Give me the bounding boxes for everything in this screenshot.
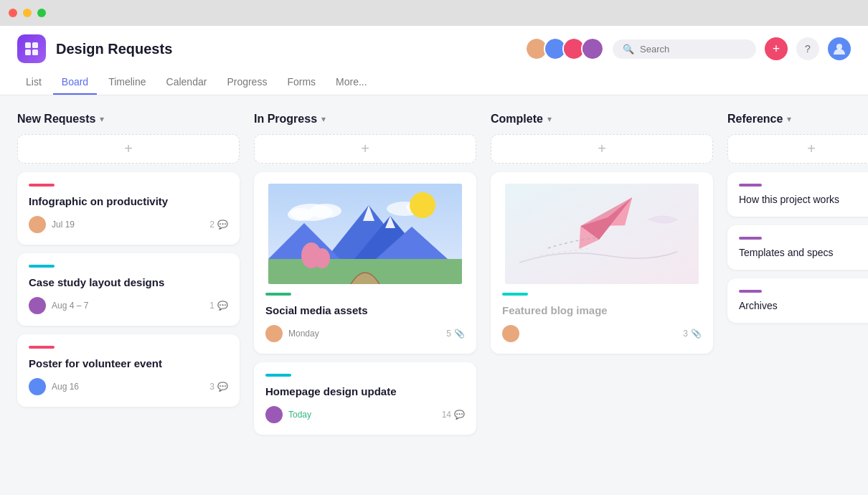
column-header-in-progress: In Progress ▾ [254,113,476,126]
card-date: Aug 16 [52,382,79,392]
card-accent [29,346,55,349]
project-title: Design Requests [56,41,172,57]
column-complete: Complete ▾ + [491,113,713,494]
help-button[interactable]: ? [796,37,819,60]
add-button[interactable]: + [765,37,788,60]
header: Design Requests 🔍 [0,26,868,95]
tab-timeline[interactable]: Timeline [100,70,154,95]
card-accent [29,184,55,187]
avatar-4 [581,37,604,60]
search-input[interactable] [640,44,746,55]
ref-title: Templates and specs [739,247,868,258]
tab-board[interactable]: Board [53,70,97,95]
svg-point-21 [314,248,330,268]
card-meta: Aug 4 – 7 [29,297,88,314]
ref-card-archives[interactable]: Archives [727,278,868,323]
column-title-complete: Complete [491,113,543,126]
card-case-study[interactable]: Case study layout designs Aug 4 – 7 1 💬 [17,253,240,326]
svg-point-12 [410,192,435,218]
card-footer: Aug 4 – 7 1 💬 [29,297,228,314]
nav-tabs: List Board Timeline Calendar Progress Fo… [17,70,851,95]
card-image-mountain [265,184,465,284]
card-date: Aug 4 – 7 [52,301,88,311]
tab-calendar[interactable]: Calendar [158,70,216,95]
card-footer: Today 14 💬 [265,406,465,423]
card-count: 1 💬 [209,301,228,311]
comment-icon: 💬 [217,220,228,230]
card-footer: Jul 19 2 💬 [29,216,228,233]
avatar [502,325,519,342]
ref-title: How this project works [739,194,868,205]
svg-point-4 [836,44,842,50]
card-image-plane [502,184,702,284]
card-footer: 3 📎 [502,325,702,342]
column-header-reference: Reference ▾ [727,113,868,126]
card-date: Today [288,410,311,420]
card-meta: Monday [265,325,319,342]
comment-icon: 💬 [454,410,465,420]
avatar [29,297,46,314]
card-accent [265,374,291,377]
add-card-complete[interactable]: + [491,134,713,164]
board: New Requests ▾ + Infographic on producti… [0,95,868,495]
column-new-requests: New Requests ▾ + Infographic on producti… [17,113,240,494]
add-card-in-progress[interactable]: + [254,134,476,164]
svg-point-9 [288,208,313,221]
chevron-down-icon: ▾ [547,114,552,124]
ref-card-how-project[interactable]: How this project works [727,172,868,217]
card-title: Infographic on productivity [29,195,228,207]
card-social-media[interactable]: Social media assets Monday 5 📎 [254,172,476,354]
titlebar [0,0,868,26]
avatar [265,325,283,342]
tab-list[interactable]: List [17,70,50,95]
team-avatars [525,37,604,60]
card-meta: Today [265,406,311,423]
card-blog-image[interactable]: Featured blog image 3 📎 [491,172,713,354]
maximize-dot[interactable] [37,9,46,17]
ref-card-templates[interactable]: Templates and specs [727,225,868,270]
card-footer: Aug 16 3 💬 [29,378,228,395]
svg-rect-3 [32,50,38,55]
user-avatar[interactable] [828,37,851,60]
card-poster[interactable]: Poster for volunteer event Aug 16 3 💬 [17,334,240,407]
avatar [29,378,46,395]
card-infographic[interactable]: Infographic on productivity Jul 19 2 💬 [17,172,240,245]
svg-rect-2 [25,50,31,55]
card-homepage[interactable]: Homepage design update Today 14 💬 [254,362,476,435]
card-count: 3 💬 [209,382,228,392]
card-title: Case study layout designs [29,276,228,288]
card-count: 2 💬 [209,220,228,230]
svg-point-8 [310,204,341,218]
column-reference: Reference ▾ + How this project works Tem… [727,113,868,494]
tab-more[interactable]: More... [327,70,376,95]
avatar [265,406,283,423]
card-date: Jul 19 [52,220,75,230]
search-icon: 🔍 [623,44,634,55]
column-in-progress: In Progress ▾ + [254,113,476,494]
column-title-new-requests: New Requests [17,113,95,126]
add-card-reference[interactable]: + [727,134,868,164]
avatar [29,216,46,233]
minimize-dot[interactable] [23,9,32,17]
card-title: Social media assets [265,304,465,316]
ref-title: Archives [739,300,868,311]
card-title: Featured blog image [502,304,702,316]
close-dot[interactable] [9,9,17,17]
card-accent [502,293,528,296]
comment-icon: 💬 [217,382,228,392]
attachment-icon: 📎 [454,329,465,339]
tab-progress[interactable]: Progress [218,70,275,95]
tab-forms[interactable]: Forms [278,70,324,95]
card-accent [29,265,55,268]
app-icon [17,34,46,63]
card-accent [265,293,291,296]
add-card-new-requests[interactable]: + [17,134,240,164]
chevron-down-icon: ▾ [100,114,104,124]
ref-accent [739,290,762,293]
card-meta [502,325,525,342]
card-count: 5 📎 [446,329,465,339]
ref-accent [739,184,762,187]
comment-icon: 💬 [217,301,228,311]
search-bar[interactable]: 🔍 [613,39,756,59]
card-title: Homepage design update [265,385,465,397]
